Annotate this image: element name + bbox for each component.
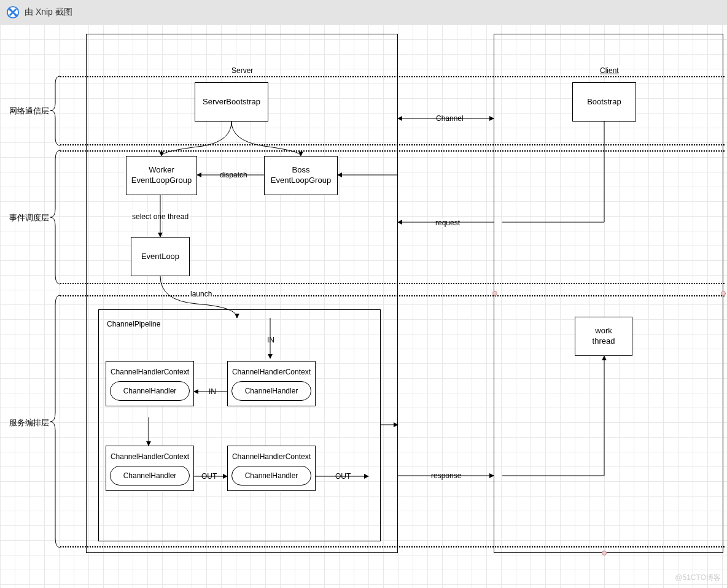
pipeline-container bbox=[98, 309, 381, 541]
diagram-canvas: Server Client 网络通信层 事件调度层 服务编排层 ServerBo… bbox=[0, 25, 727, 588]
port-dot bbox=[721, 291, 726, 296]
lbl-channel: Channel bbox=[435, 114, 465, 123]
box-server-bootstrap: ServerBootstrap bbox=[195, 82, 268, 122]
lbl-select-one: select one thread bbox=[131, 212, 190, 221]
client-title: Client bbox=[599, 66, 620, 75]
watermark: @51CTO博客 bbox=[675, 573, 721, 583]
pipeline-title: ChannelPipeline bbox=[106, 320, 161, 328]
box-eventloop: EventLoop bbox=[131, 237, 190, 276]
chc-inner: ChannelHandler bbox=[231, 381, 311, 401]
chc-bot-right: ChannelHandlerContext ChannelHandler bbox=[227, 446, 316, 491]
label-sched: 事件调度层 bbox=[7, 212, 50, 223]
title-bar: 由 Xnip 截图 bbox=[0, 0, 727, 25]
box-bootstrap: Bootstrap bbox=[572, 82, 636, 122]
box-work-thread: work thread bbox=[575, 317, 632, 356]
server-title: Server bbox=[230, 66, 254, 75]
chc-title: ChannelHandlerContext bbox=[231, 452, 311, 461]
lbl-in-top: IN bbox=[266, 336, 276, 344]
lbl-launch: launch bbox=[189, 290, 213, 298]
chc-inner: ChannelHandler bbox=[231, 466, 311, 485]
chc-top-left: ChannelHandlerContext ChannelHandler bbox=[106, 361, 194, 406]
port-dot bbox=[602, 551, 607, 555]
box-boss-elg: Boss EventLoopGroup bbox=[264, 156, 338, 195]
chc-inner: ChannelHandler bbox=[110, 466, 190, 485]
chc-bot-left: ChannelHandlerContext ChannelHandler bbox=[106, 446, 194, 491]
svg-point-2 bbox=[9, 8, 11, 10]
xnip-icon bbox=[6, 6, 20, 19]
label-net: 网络通信层 bbox=[7, 106, 50, 117]
lbl-dispatch: dispatch bbox=[219, 171, 249, 179]
lbl-out-left: OUT bbox=[200, 472, 218, 481]
title-text: 由 Xnip 截图 bbox=[25, 7, 72, 18]
chc-inner: ChannelHandler bbox=[110, 381, 190, 401]
lbl-out-right: OUT bbox=[334, 472, 352, 481]
lbl-in-mid: IN bbox=[208, 387, 217, 396]
port-dot bbox=[492, 291, 497, 296]
chc-title: ChannelHandlerContext bbox=[110, 452, 190, 461]
svg-point-3 bbox=[15, 14, 17, 17]
chc-title: ChannelHandlerContext bbox=[110, 368, 190, 376]
lbl-response: response bbox=[430, 471, 462, 480]
chc-title: ChannelHandlerContext bbox=[231, 368, 311, 376]
chc-top-right: ChannelHandlerContext ChannelHandler bbox=[227, 361, 316, 406]
lbl-request: request bbox=[434, 219, 461, 227]
box-worker-elg: Worker EventLoopGroup bbox=[126, 156, 197, 195]
label-service: 服务编排层 bbox=[7, 417, 50, 428]
